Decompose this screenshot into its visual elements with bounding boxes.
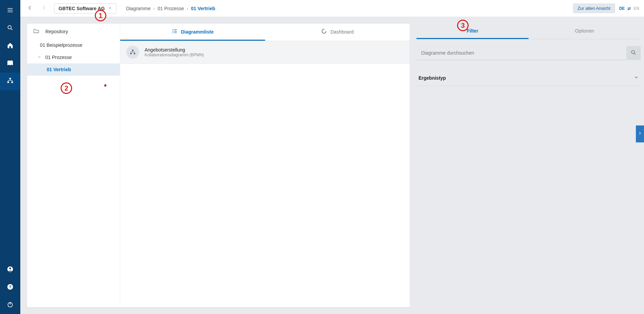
svg-rect-14 bbox=[130, 53, 132, 54]
diagram-title: Angebotserstellung bbox=[145, 47, 204, 53]
back-button[interactable] bbox=[25, 3, 35, 14]
tab-options[interactable]: Optionen bbox=[529, 24, 641, 39]
tree-node[interactable]: 01 Beispielprozesse bbox=[27, 39, 120, 51]
tree-node-expandable[interactable]: 01 Prozesse bbox=[27, 51, 120, 63]
tree-node-label: 01 Vertrieb bbox=[47, 67, 71, 72]
svg-rect-13 bbox=[132, 50, 134, 51]
svg-rect-15 bbox=[134, 53, 135, 54]
search-icon bbox=[7, 24, 14, 33]
diagram-tabs: Diagrammliste Dashboard bbox=[120, 24, 410, 41]
main-area: GBTEC Software AG Diagramme › 01 Prozess… bbox=[20, 0, 644, 314]
svg-point-0 bbox=[8, 25, 11, 29]
tree-node-label: 01 Beispielprozesse bbox=[40, 42, 82, 48]
caret-down-icon bbox=[108, 6, 112, 11]
help-icon: ? bbox=[7, 283, 14, 292]
nav-user[interactable] bbox=[0, 261, 20, 279]
power-icon bbox=[7, 301, 14, 309]
chevron-down-icon bbox=[37, 55, 41, 60]
search-row bbox=[416, 46, 641, 60]
tree-root[interactable]: Repository bbox=[27, 24, 120, 39]
topbar: GBTEC Software AG Diagramme › 01 Prozess… bbox=[20, 0, 644, 17]
diagram-item[interactable]: Angebotserstellung Kollaborationsdiagram… bbox=[120, 41, 410, 64]
home-icon bbox=[7, 42, 14, 50]
tab-diagram-list[interactable]: Diagrammliste bbox=[120, 24, 265, 41]
chevron-down-icon bbox=[634, 75, 639, 81]
svg-point-5 bbox=[9, 268, 11, 269]
arrow-left-icon bbox=[27, 5, 33, 12]
svg-rect-2 bbox=[7, 82, 9, 83]
left-panel: Repository 01 Beispielprozesse 01 Prozes… bbox=[27, 24, 410, 307]
lang-de[interactable]: DE bbox=[619, 6, 625, 11]
svg-point-12 bbox=[322, 29, 326, 33]
breadcrumb: Diagramme › 01 Prozesse › 01 Vertrieb bbox=[126, 6, 215, 11]
svg-text:?: ? bbox=[9, 284, 11, 289]
hamburger-icon bbox=[7, 7, 14, 15]
tab-label: Dashboard bbox=[330, 29, 354, 35]
lang-en[interactable]: EN bbox=[634, 6, 639, 11]
nav-home[interactable] bbox=[0, 37, 20, 55]
breadcrumb-sep: › bbox=[153, 6, 155, 11]
arrow-right-icon bbox=[41, 5, 47, 12]
tab-label: Diagrammliste bbox=[181, 29, 214, 35]
tenant-dropdown[interactable]: GBTEC Software AG bbox=[54, 3, 116, 14]
right-tabs: Filter Optionen bbox=[416, 24, 641, 39]
sitemap-icon bbox=[7, 77, 14, 85]
svg-point-11 bbox=[172, 32, 173, 33]
forward-button[interactable] bbox=[39, 3, 49, 14]
accordion-label: Ergebnistyp bbox=[418, 75, 446, 81]
old-view-button[interactable]: Zur alten Ansicht bbox=[573, 3, 615, 13]
folder-icon bbox=[33, 28, 39, 34]
language-switch: DE ⇄ EN bbox=[619, 6, 639, 11]
accordion-ergebnistyp[interactable]: Ergebnistyp bbox=[416, 70, 641, 86]
nav-logout[interactable] bbox=[0, 296, 20, 314]
list-icon bbox=[172, 28, 178, 35]
menu-toggle[interactable] bbox=[0, 2, 20, 20]
tab-filter[interactable]: Filter bbox=[416, 24, 529, 39]
svg-point-16 bbox=[631, 51, 635, 54]
breadcrumb-current: 01 Vertrieb bbox=[191, 6, 215, 11]
search-button[interactable] bbox=[626, 46, 641, 60]
diagram-type-icon bbox=[126, 46, 139, 59]
tab-dashboard[interactable]: Dashboard bbox=[265, 24, 410, 41]
right-panel: Filter Optionen Ergebnistyp bbox=[416, 24, 644, 307]
svg-rect-3 bbox=[11, 82, 13, 83]
tenant-label: GBTEC Software AG bbox=[59, 6, 105, 11]
tree-node-label: 01 Prozesse bbox=[45, 55, 72, 60]
diagram-subtitle: Kollaborationsdiagramm (BPMN) bbox=[145, 53, 204, 57]
breadcrumb-item[interactable]: 01 Prozesse bbox=[157, 6, 184, 11]
chevron-right-icon bbox=[638, 131, 642, 137]
svg-point-10 bbox=[172, 31, 173, 32]
svg-rect-1 bbox=[9, 78, 11, 79]
diagram-list: Angebotserstellung Kollaborationsdiagram… bbox=[120, 41, 410, 307]
swap-icon[interactable]: ⇄ bbox=[627, 6, 631, 11]
spinner-icon bbox=[321, 28, 327, 35]
tree-node-selected[interactable]: 01 Vertrieb bbox=[27, 63, 120, 76]
breadcrumb-sep: › bbox=[187, 6, 188, 11]
content-row: Repository 01 Beispielprozesse 01 Prozes… bbox=[20, 17, 644, 314]
left-nav: ? bbox=[0, 0, 20, 314]
repository-tree: Repository 01 Beispielprozesse 01 Prozes… bbox=[27, 24, 120, 307]
book-icon bbox=[7, 60, 14, 68]
search-icon bbox=[630, 50, 637, 57]
diagram-area: Diagrammliste Dashboard Angebotserstellu… bbox=[120, 24, 410, 307]
nav-diagrams[interactable] bbox=[0, 73, 20, 90]
svg-point-9 bbox=[172, 29, 173, 30]
user-icon bbox=[7, 266, 14, 274]
search-input[interactable] bbox=[416, 46, 626, 60]
tree-root-label: Repository bbox=[45, 29, 68, 34]
collapse-right-panel[interactable] bbox=[636, 125, 644, 142]
nav-search[interactable] bbox=[0, 20, 20, 37]
breadcrumb-item[interactable]: Diagramme bbox=[126, 6, 150, 11]
nav-help[interactable]: ? bbox=[0, 279, 20, 296]
nav-catalog[interactable] bbox=[0, 55, 20, 73]
